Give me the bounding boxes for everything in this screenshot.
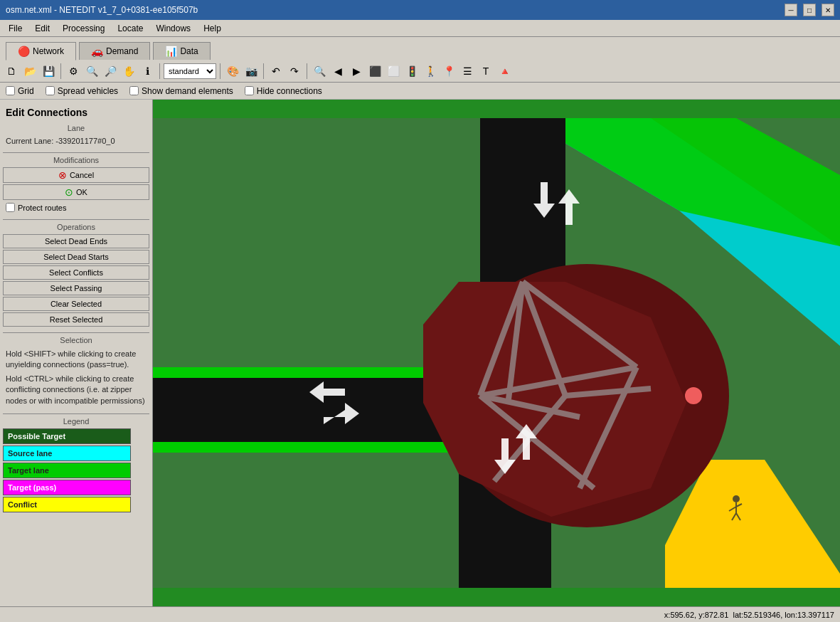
legend-target-pass: Target (pass) (3, 480, 149, 495)
operations-section: Operations Select Dead Ends Select Dead … (3, 223, 149, 327)
check-grid[interactable]: Grid (6, 86, 34, 96)
legend-color-possible-target: Possible Target (3, 428, 131, 444)
check-spread[interactable]: Spread vehicles (46, 86, 118, 96)
demand-icon: 🚗 (91, 46, 103, 57)
divider4 (3, 413, 149, 414)
legend-color-target-lane: Target lane (3, 463, 131, 478)
toolbar-poi[interactable]: 📍 (440, 63, 457, 80)
close-button[interactable]: ✕ (822, 4, 834, 16)
tab-demand[interactable]: 🚗 Demand (79, 42, 150, 60)
current-lane-label: Current Lane: -339201177#0_0 (3, 135, 149, 147)
svg-point-27 (685, 387, 702, 404)
toolbar-sep1 (60, 63, 61, 79)
toolbar-zoom-out[interactable]: 🔎 (102, 63, 119, 80)
toolbar-network[interactable]: ⚙ (65, 63, 82, 80)
selection-title: Selection (3, 336, 149, 344)
ok-icon: ⊙ (65, 186, 73, 198)
menu-locate[interactable]: Locate (112, 22, 149, 35)
checkbar: Grid Spread vehicles Show demand element… (0, 83, 840, 100)
clear-selected-button[interactable]: Clear Selected (3, 297, 149, 311)
toolbar-color[interactable]: 🎨 (224, 63, 241, 80)
status-latlon: lat:52.519346, lon:13.397117 (733, 611, 834, 619)
view-preset-select[interactable]: standard real world simple (164, 63, 216, 79)
check-demand[interactable]: Show demand elements (129, 86, 233, 96)
modifications-section: Modifications ⊗ Cancel ⊙ OK Protect rout… (3, 156, 149, 214)
toolbar-select-lane[interactable]: ◀ (329, 63, 346, 80)
toolbar-select-edge[interactable]: ▶ (348, 63, 365, 80)
ok-button[interactable]: ⊙ OK (3, 184, 149, 200)
toolbar-crossing[interactable]: 🚶 (422, 63, 439, 80)
legend-possible-target: Possible Target (3, 428, 149, 444)
ok-label: OK (76, 188, 87, 196)
minimize-button[interactable]: ─ (785, 4, 797, 16)
toolbar-open[interactable]: 📂 (21, 63, 38, 80)
select-dead-starts-button[interactable]: Select Dead Starts (3, 250, 149, 264)
legend-source-lane: Source lane (3, 446, 149, 461)
lane-section: Lane Current Lane: -339201177#0_0 (3, 124, 149, 147)
toolbar-info[interactable]: ℹ (139, 63, 156, 80)
menu-windows[interactable]: Windows (150, 22, 196, 35)
demand-checkbox[interactable] (129, 86, 139, 95)
maximize-button[interactable]: □ (803, 4, 816, 16)
toolbar-zoom-in[interactable]: 🔍 (83, 63, 100, 80)
cancel-button[interactable]: ⊗ Cancel (3, 167, 149, 183)
canvas-area[interactable] (153, 100, 840, 606)
panel-title: Edit Connections (3, 102, 149, 121)
status-coords: x:595.62, y:872.81 (664, 611, 729, 619)
legend-section: Legend Possible Target Source lane Targe… (3, 417, 149, 512)
tab-network-label: Network (33, 46, 64, 56)
toolbar-list[interactable]: ☰ (459, 63, 476, 80)
window-controls: ─ □ ✕ (785, 4, 834, 16)
check-hide-conn[interactable]: Hide connections (245, 86, 322, 96)
legend-title: Legend (3, 417, 149, 426)
toolbar-sep3 (220, 63, 220, 79)
selection-section: Selection Hold <SHIFT> while clicking to… (3, 336, 149, 408)
toolbar-new[interactable]: 🗋 (3, 63, 20, 80)
toolbar-misc[interactable]: 🔺 (496, 63, 513, 80)
toolbar-snapshot[interactable]: 📷 (243, 63, 260, 80)
legend-color-source-lane: Source lane (3, 446, 131, 461)
grid-checkbox[interactable] (6, 86, 15, 95)
toolbar: 🗋 📂 💾 ⚙ 🔍 🔎 ✋ ℹ standard real world simp… (0, 60, 840, 83)
protect-routes-row: Protect routes (3, 201, 149, 214)
legend-color-conflict: Conflict (3, 497, 131, 512)
toolbar-search[interactable]: 🔍 (311, 63, 328, 80)
panel-scroll[interactable]: Edit Connections Lane Current Lane: -339… (0, 100, 152, 606)
toolbar-taz[interactable]: T (477, 63, 494, 80)
toolbar-select-junction[interactable]: ⬛ (366, 63, 383, 80)
protect-routes-checkbox[interactable] (6, 203, 15, 212)
select-passing-button[interactable]: Select Passing (3, 281, 149, 295)
selection-text1: Hold <SHIFT> while clicking to create un… (3, 347, 149, 372)
tabbar: 🔴 Network 🚗 Demand 📊 Data (0, 37, 840, 60)
menu-help[interactable]: Help (198, 22, 227, 35)
modifications-title: Modifications (3, 156, 149, 164)
cancel-icon: ⊗ (58, 169, 67, 181)
divider2 (3, 219, 149, 220)
toolbar-pan[interactable]: ✋ (120, 63, 137, 80)
tab-data[interactable]: 📊 Data (153, 42, 210, 60)
lane-section-title: Lane (3, 124, 149, 132)
toolbar-select-conn[interactable]: ⬜ (385, 63, 402, 80)
spread-checkbox[interactable] (46, 86, 55, 95)
toolbar-undo[interactable]: ↶ (267, 63, 285, 80)
svg-point-28 (733, 495, 740, 502)
legend-color-target-pass: Target (pass) (3, 480, 131, 495)
hide-conn-checkbox[interactable] (245, 86, 254, 95)
select-dead-ends-button[interactable]: Select Dead Ends (3, 234, 149, 248)
menu-processing[interactable]: Processing (57, 22, 110, 35)
divider3 (3, 332, 149, 333)
select-conflicts-button[interactable]: Select Conflicts (3, 265, 149, 280)
legend-conflict: Conflict (3, 497, 149, 512)
toolbar-sep2 (159, 63, 160, 79)
titlebar: osm.net.xml - NETEDIT v1_7_0+0381-ee105f… (0, 0, 840, 20)
menu-edit[interactable]: Edit (29, 22, 55, 35)
menu-file[interactable]: File (3, 22, 28, 35)
toolbar-sep4 (263, 63, 264, 79)
cancel-label: Cancel (70, 171, 94, 179)
protect-routes-label: Protect routes (18, 204, 66, 212)
toolbar-redo[interactable]: ↷ (286, 63, 303, 80)
reset-selected-button[interactable]: Reset Selected (3, 312, 149, 327)
toolbar-tls[interactable]: 🚦 (403, 63, 420, 80)
tab-network[interactable]: 🔴 Network (6, 42, 76, 60)
toolbar-save[interactable]: 💾 (40, 63, 57, 80)
